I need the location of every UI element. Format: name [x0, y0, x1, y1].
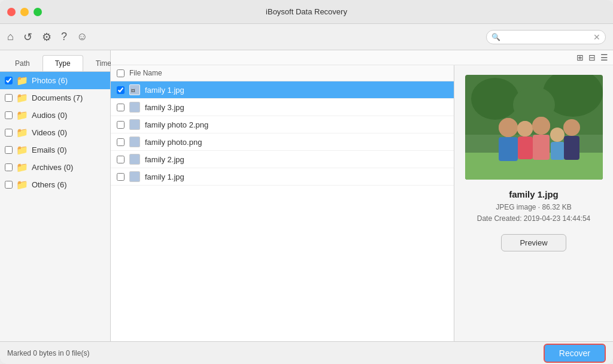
preview-image-container — [465, 75, 603, 180]
svg-point-9 — [471, 78, 519, 120]
close-button[interactable] — [7, 8, 16, 16]
videos-checkbox[interactable] — [5, 129, 13, 136]
select-all-checkbox[interactable] — [117, 69, 125, 77]
file-checkbox[interactable] — [117, 173, 125, 181]
file-item[interactable]: family 3.jpg — [111, 99, 454, 116]
search-icon: 🔍 — [491, 33, 500, 41]
svg-point-11 — [513, 87, 555, 123]
folder-icon: 📁 — [16, 162, 28, 173]
preview-filename: family 1.jpg — [509, 189, 559, 199]
sidebar-item-archives[interactable]: 📁 Archives (0) — [0, 159, 110, 176]
back-icon[interactable]: ↺ — [23, 31, 32, 44]
folder-icon: 📁 — [16, 92, 28, 104]
file-item[interactable]: family photo 2.png — [111, 116, 454, 134]
others-checkbox[interactable] — [5, 181, 13, 189]
file-item[interactable]: family 1.jpg — [111, 168, 454, 186]
preview-panel: family 1.jpg JPEG image · 86.32 KB Date … — [454, 65, 613, 341]
others-label: Others (6) — [32, 180, 67, 189]
toolbar-left: ⌂ ↺ ⚙ ? ☺ — [7, 31, 87, 44]
audios-label: Audios (0) — [32, 111, 67, 120]
svg-rect-5 — [130, 154, 139, 164]
list-icon[interactable]: ☰ — [600, 53, 608, 62]
file-list-header: File Name — [111, 65, 454, 81]
file-checkbox[interactable] — [117, 156, 125, 163]
documents-checkbox[interactable] — [5, 94, 13, 102]
tab-type[interactable]: Type — [43, 55, 83, 71]
svg-point-21 — [563, 119, 580, 136]
sidebar-item-audios[interactable]: 📁 Audios (0) — [0, 107, 110, 124]
preview-meta-line2: Date Created: 2019-04-23 14:44:54 — [477, 214, 590, 223]
svg-rect-14 — [499, 137, 518, 161]
preview-meta: JPEG image · 86.32 KB Date Created: 2019… — [477, 202, 590, 225]
photos-checkbox[interactable] — [5, 77, 13, 84]
file-name: family 3.jpg — [145, 103, 184, 112]
toolbar-right: 🔍 ✕ — [486, 30, 606, 44]
svg-rect-20 — [551, 142, 565, 160]
svg-point-19 — [550, 128, 565, 142]
photos-label: Photos (6) — [32, 76, 68, 85]
home-icon[interactable]: ⌂ — [7, 31, 14, 43]
preview-button[interactable]: Preview — [501, 234, 566, 251]
file-name-header: File Name — [129, 69, 162, 77]
documents-label: Documents (7) — [32, 93, 83, 102]
tabbar: Path Type Time — [0, 50, 110, 72]
archives-checkbox[interactable] — [5, 163, 13, 171]
sidebar-item-others[interactable]: 📁 Others (6) — [0, 176, 110, 193]
help-icon[interactable]: ? — [61, 31, 67, 43]
file-item[interactable]: 🖼 family 1.jpg — [111, 81, 454, 99]
folder-icon: 📁 — [16, 144, 28, 156]
search-box[interactable]: 🔍 ✕ — [486, 30, 606, 44]
svg-rect-2 — [130, 102, 139, 112]
svg-rect-18 — [533, 135, 550, 160]
recover-button[interactable]: Recover — [544, 344, 606, 363]
file-list: File Name 🖼 family 1.jpg — [111, 65, 454, 341]
photo-grid-icon[interactable]: ⊞ — [576, 53, 584, 62]
grid-icon[interactable]: ⊟ — [588, 53, 596, 62]
sidebar-item-photos[interactable]: 📁 Photos (6) — [0, 72, 110, 89]
file-thumbnail: 🖼 — [129, 84, 140, 95]
emails-checkbox[interactable] — [5, 146, 13, 154]
svg-rect-3 — [130, 120, 139, 129]
tab-path[interactable]: Path — [2, 55, 43, 71]
file-area: ⊞ ⊟ ☰ File Name 🖼 — [111, 50, 613, 341]
folder-icon: 📁 — [16, 75, 28, 86]
file-checkbox[interactable] — [117, 86, 125, 94]
svg-rect-6 — [130, 172, 139, 181]
folder-icon: 📁 — [16, 110, 28, 121]
file-list-items: 🖼 family 1.jpg family 3.jpg — [111, 81, 454, 341]
svg-point-25 — [532, 117, 550, 135]
file-checkbox[interactable] — [117, 138, 125, 146]
cart-icon[interactable]: ☺ — [77, 31, 87, 43]
file-name: family photo 2.png — [145, 120, 208, 129]
svg-rect-22 — [564, 136, 579, 160]
file-checkbox[interactable] — [117, 121, 125, 129]
file-name: family photo.png — [145, 138, 202, 147]
emails-label: Emails (0) — [32, 145, 67, 154]
archives-label: Archives (0) — [32, 163, 73, 172]
videos-label: Videos (0) — [32, 128, 67, 137]
file-item[interactable]: family 2.jpg — [111, 151, 454, 168]
statusbar: Marked 0 bytes in 0 file(s) Recover — [0, 341, 613, 364]
svg-point-24 — [517, 121, 533, 136]
svg-rect-16 — [518, 136, 533, 159]
titlebar: iBoysoft Data Recovery — [0, 0, 613, 24]
audios-checkbox[interactable] — [5, 111, 13, 119]
clear-search-icon[interactable]: ✕ — [593, 32, 600, 42]
sidebar-item-emails[interactable]: 📁 Emails (0) — [0, 141, 110, 159]
minimize-button[interactable] — [20, 8, 29, 16]
sidebar-item-documents[interactable]: 📁 Documents (7) — [0, 89, 110, 107]
file-checkbox[interactable] — [117, 104, 125, 111]
search-input[interactable] — [500, 33, 593, 41]
toolbar: ⌂ ↺ ⚙ ? ☺ 🔍 ✕ — [0, 24, 613, 50]
preview-meta-line1: JPEG image · 86.32 KB — [496, 203, 572, 211]
file-thumbnail — [129, 171, 140, 182]
settings-icon[interactable]: ⚙ — [42, 31, 51, 44]
svg-point-23 — [499, 118, 518, 137]
file-topbar: ⊞ ⊟ ☰ — [111, 50, 613, 65]
sidebar-item-videos[interactable]: 📁 Videos (0) — [0, 124, 110, 141]
file-name: family 2.jpg — [145, 155, 184, 164]
maximize-button[interactable] — [34, 8, 42, 16]
file-item[interactable]: family photo.png — [111, 134, 454, 151]
file-thumbnail — [129, 154, 140, 165]
status-text: Marked 0 bytes in 0 file(s) — [7, 349, 89, 357]
